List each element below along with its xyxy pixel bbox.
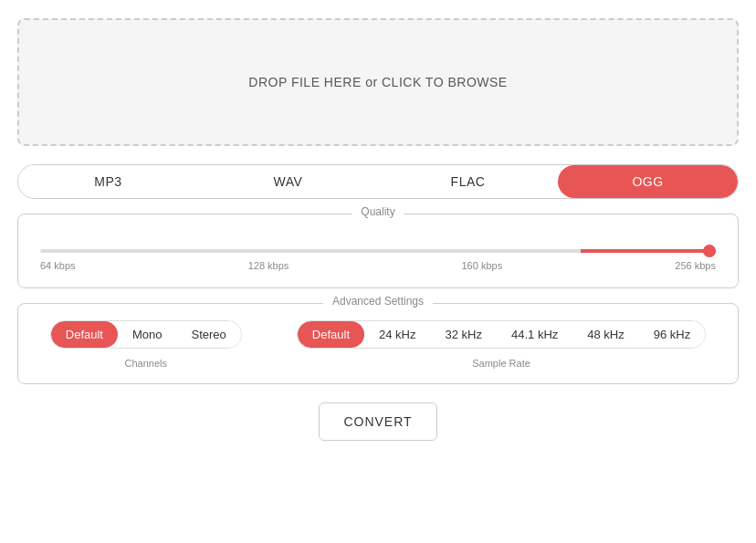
slider-label-160: 160 kbps [462,260,503,271]
quality-slider-container: 64 kbps 128 kbps 160 kbps 256 kbps [40,240,716,271]
quality-label: Quality [352,205,404,218]
channel-mono-btn[interactable]: Mono [118,321,177,348]
format-tabs: MP3 WAV FLAC OGG [17,164,739,199]
sample-32khz-btn[interactable]: 32 kHz [431,321,497,348]
slider-label-128: 128 kbps [248,260,289,271]
tab-mp3[interactable]: MP3 [18,165,198,198]
sample-48khz-btn[interactable]: 48 kHz [572,321,638,348]
sample-default-btn[interactable]: Default [298,321,364,348]
sample-rate-btn-group: Default 24 kHz 32 kHz 44.1 kHz 48 kHz 96… [297,320,706,349]
tab-ogg[interactable]: OGG [558,165,738,198]
sample-96khz-btn[interactable]: 96 kHz [639,321,705,348]
settings-row: Default Mono Stereo Channels Default 24 … [40,320,716,369]
quality-slider[interactable] [40,249,716,253]
advanced-label: Advanced Settings [323,295,433,308]
channels-btn-group: Default Mono Stereo [50,320,242,349]
drop-zone-text: DROP FILE HERE or CLICK TO BROWSE [248,75,507,89]
slider-label-256: 256 kbps [675,260,716,271]
slider-labels: 64 kbps 128 kbps 160 kbps 256 kbps [40,260,716,271]
slider-label-64: 64 kbps [40,260,76,271]
sample-rate-label: Sample Rate [472,358,530,369]
sample-24khz-btn[interactable]: 24 kHz [364,321,430,348]
sample-441khz-btn[interactable]: 44.1 kHz [497,321,572,348]
drop-zone[interactable]: DROP FILE HERE or CLICK TO BROWSE [17,18,739,146]
channel-default-btn[interactable]: Default [51,321,118,348]
advanced-box: Advanced Settings Default Mono Stereo Ch… [17,303,739,384]
tab-flac[interactable]: FLAC [378,165,558,198]
channels-group: Default Mono Stereo Channels [50,320,242,369]
channels-label: Channels [125,358,167,369]
tab-wav[interactable]: WAV [198,165,378,198]
channel-stereo-btn[interactable]: Stereo [177,321,241,348]
quality-box: Quality 64 kbps 128 kbps 160 kbps 256 kb… [17,214,739,288]
convert-button[interactable]: CONVERT [319,402,437,441]
sample-rate-group: Default 24 kHz 32 kHz 44.1 kHz 48 kHz 96… [297,320,706,369]
